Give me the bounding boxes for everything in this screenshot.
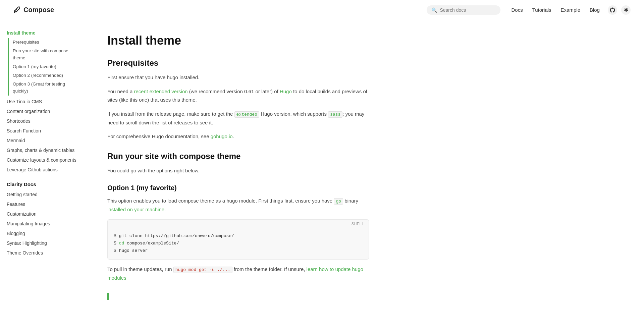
logo-text: Compose — [23, 6, 54, 14]
pull-update-text: To pull in theme updates, run — [107, 266, 172, 272]
para-ensure-hugo: First ensure that you have hugo installe… — [107, 73, 369, 82]
sidebar-item-features[interactable]: Features — [7, 200, 80, 209]
sidebar: Install theme Prerequisites Run your sit… — [0, 20, 87, 333]
nav-blog[interactable]: Blog — [590, 7, 600, 13]
sidebar-item-search[interactable]: Search Function — [7, 126, 80, 136]
sidebar-item-graphs[interactable]: Graphs, charts & dynamic tables — [7, 146, 80, 155]
sidebar-item-blogging[interactable]: Blogging — [7, 229, 80, 238]
para-release-page: If you install from the release page, ma… — [107, 110, 369, 127]
link-gohugo[interactable]: gohugo.io — [211, 133, 233, 139]
github-icon — [609, 7, 615, 13]
code-block: SHELL $ git clone https://github.com/onw… — [107, 219, 369, 260]
search-icon: 🔍 — [431, 7, 437, 13]
code-line-1: $ git clone https://github.com/onweru/co… — [114, 232, 363, 240]
code-extended: extended — [234, 111, 259, 118]
sidebar-item-shortcodes[interactable]: Shortcodes — [7, 116, 80, 126]
sidebar-subitem-option2[interactable]: Option 2 (recommended) — [8, 71, 80, 80]
code-hugo-mod: hugo mod get -u ./... — [173, 267, 232, 273]
code-sass: sass — [328, 111, 342, 118]
sidebar-item-install-theme[interactable]: Install theme — [7, 28, 80, 38]
link-recent-extended[interactable]: recent extended version — [134, 89, 188, 94]
layout: Install theme Prerequisites Run your sit… — [0, 20, 644, 333]
sidebar-item-getting-started[interactable]: Getting started — [7, 190, 80, 200]
sidebar-item-customization[interactable]: Customization — [7, 209, 80, 219]
para-recent-extended: You need a recent extended version (we r… — [107, 87, 369, 104]
sidebar-item-syntax-highlighting[interactable]: Syntax Highlighting — [7, 238, 80, 248]
header: 🖊 Compose 🔍 Docs Tutorials Example Blog … — [0, 0, 644, 20]
sidebar-item-manipulating-images[interactable]: Manipulating Images — [7, 219, 80, 229]
run-site-title: Run your site with compose theme — [107, 152, 369, 161]
link-installed-machine[interactable]: installed on your machine — [107, 207, 164, 212]
sidebar-subitem-option3[interactable]: Option 3 (Great for testing quickly) — [8, 80, 80, 96]
para-options-below: You could go with the options right belo… — [107, 166, 369, 175]
para-gohugo: For comprehensive Hugo documentation, se… — [107, 132, 369, 141]
nav-tutorials[interactable]: Tutorials — [532, 7, 551, 13]
pull-update-suffix: from the theme folder. If unsure, — [234, 266, 305, 272]
section-divider — [107, 293, 109, 300]
para-option1: This option enables you to load compose … — [107, 197, 369, 214]
settings-icon-button[interactable]: ✱ — [621, 5, 631, 15]
code-line-3: $ hugo server — [114, 247, 363, 255]
sidebar-item-theme-overrides[interactable]: Theme Overrides — [7, 248, 80, 258]
page-title: Install theme — [107, 34, 369, 48]
sidebar-top-section: Install theme Prerequisites Run your sit… — [7, 28, 80, 96]
logo[interactable]: 🖊 Compose — [13, 6, 54, 14]
code-lang-label: SHELL — [352, 222, 364, 226]
code-line-2: $ cd compose/exampleSite/ — [114, 240, 363, 247]
code-block-header: SHELL — [108, 220, 369, 228]
option1-title: Option 1 (my favorite) — [107, 184, 369, 192]
sidebar-item-tina[interactable]: Use Tina.io CMS — [7, 97, 80, 107]
asterisk-icon: ✱ — [624, 7, 628, 13]
sidebar-clarity-title: Clarity Docs — [7, 181, 80, 187]
sidebar-item-github-actions[interactable]: Leverage Github actions — [7, 165, 80, 175]
nav-example[interactable]: Example — [561, 7, 580, 13]
nav-links: Docs Tutorials Example Blog — [511, 7, 600, 13]
sidebar-subitem-option1[interactable]: Option 1 (my favorite) — [8, 62, 80, 71]
sidebar-item-mermaid[interactable]: Mermaid — [7, 136, 80, 146]
link-hugo[interactable]: Hugo — [280, 89, 292, 94]
prerequisites-title: Prerequisites — [107, 58, 369, 68]
github-icon-button[interactable] — [608, 5, 617, 15]
nav-docs[interactable]: Docs — [511, 7, 523, 13]
main-content: Install theme Prerequisites First ensure… — [87, 20, 389, 333]
code-block-body: $ git clone https://github.com/onweru/co… — [108, 228, 369, 259]
sidebar-subitem-prerequisites[interactable]: Prerequisites — [8, 38, 80, 47]
logo-icon: 🖊 — [13, 6, 21, 14]
search-input[interactable] — [440, 7, 496, 13]
search-input-wrap: 🔍 — [427, 5, 500, 15]
header-icons: ✱ — [608, 5, 631, 15]
para-pull-update: To pull in theme updates, run hugo mod g… — [107, 265, 369, 282]
sidebar-subitem-run-site[interactable]: Run your site with compose theme — [8, 47, 80, 62]
sidebar-item-content-org[interactable]: Content organization — [7, 107, 80, 116]
sidebar-item-customize[interactable]: Customize layouts & components — [7, 155, 80, 165]
code-go: go — [334, 198, 343, 205]
search-box: 🔍 — [427, 5, 500, 15]
